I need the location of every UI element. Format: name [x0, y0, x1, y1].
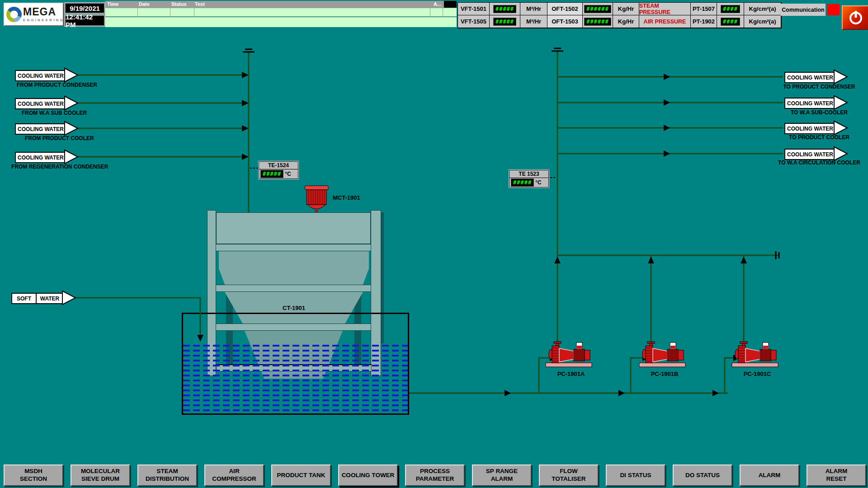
pump-pc1901c[interactable] — [731, 340, 781, 368]
supply-flag-1-label: COOLING WATER — [18, 73, 64, 79]
supply-flag-3: COOLING WATER — [15, 123, 66, 135]
supply-flag-1-arrow-icon — [64, 67, 79, 83]
alarm-col-ack: A... — [434, 1, 441, 7]
return-flag-2-sub: TO W.A SUB-COOLER — [769, 109, 868, 116]
return-flag-3-sub: TO PRODUCT COOLER — [769, 134, 868, 141]
nav-sp-range-alarm[interactable]: SP RANGEALARM — [472, 465, 532, 486]
motor-tag: MCT-1901 — [333, 194, 360, 201]
return-flag-2-label: COOLING WATER — [787, 100, 833, 107]
supply-flag-2-label: COOLING WATER — [18, 101, 64, 107]
alarm-ack-box[interactable] — [444, 1, 457, 8]
nav-flow-totaliser[interactable]: FLOWTOTALISER — [539, 465, 599, 486]
process-data-panel: VFT-1501 ##### M³/Hr OFT-1502 ###### Kg/… — [458, 2, 782, 28]
soft-water-arrow-icon — [62, 290, 76, 305]
return-flag-2: COOLING WATER — [784, 98, 836, 109]
air-pressure-label: AIR PRESSURE — [639, 15, 691, 28]
nav-product-tank[interactable]: PRODUCT TANK — [271, 465, 331, 486]
return-flag-1-label: COOLING WATER — [787, 75, 833, 81]
pump-pc1901a[interactable] — [545, 340, 594, 368]
supply-flag-2: COOLING WATER — [15, 98, 66, 109]
return-flag-2-arrow-icon — [834, 95, 848, 110]
nav-cooling-tower[interactable]: COOLING TOWER — [338, 465, 398, 486]
flow-unit-2: Kg/Hr — [613, 3, 639, 15]
return-flag-1-arrow-icon — [834, 69, 848, 84]
return-flag-1-sub: TO PRODUCT CONDENSER — [769, 84, 868, 90]
pump-a-tag: PC-1901A — [545, 371, 597, 377]
te1524-value-display: ##### — [260, 170, 283, 178]
pump-b-tag: PC-1901B — [638, 371, 691, 377]
supply-flag-3-sub: FROM PRODUCT COOLER — [25, 135, 94, 141]
brand-subtitle: ENGINEERING — [23, 19, 64, 22]
te1524-tag: TE-1524 — [259, 162, 298, 169]
alarm-col-text: Text — [195, 1, 205, 7]
communication-label: Communication — [781, 4, 826, 16]
supply-flag-2-arrow-icon — [64, 95, 79, 111]
return-flag-4-arrow-icon — [834, 146, 848, 161]
return-flag-4-sub: TO W.A CIRCULATION COOLER — [769, 160, 868, 166]
hmi-screen: CT-1901 — [0, 0, 868, 488]
flow-tag-oft1503: OFT-1503 — [547, 15, 583, 28]
nav-alarm-reset[interactable]: ALARMRESET — [807, 465, 866, 486]
return-flag-4: COOLING WATER — [784, 149, 836, 160]
pressure-unit-2: Kg/cm²(a) — [744, 15, 781, 28]
return-flag-3-label: COOLING WATER — [787, 126, 833, 132]
flow-tag-oft1502: OFT-1502 — [547, 3, 583, 15]
brand-swirl-icon — [6, 7, 22, 22]
flow-value-vft1501: ##### — [490, 3, 520, 15]
brand-name: MEGA — [23, 7, 64, 17]
brand-logo: MEGA ENGINEERING — [4, 3, 64, 26]
te1523-unit: °C — [535, 179, 541, 186]
piping-layer — [0, 0, 868, 488]
alarm-col-date: Date — [139, 1, 150, 7]
shutdown-button[interactable] — [842, 5, 868, 30]
return-flag-1: COOLING WATER — [784, 72, 836, 83]
te1523-value-display: ##### — [511, 178, 534, 187]
pump-c-tag: PC-1901C — [731, 371, 783, 377]
supply-flag-4-label: COOLING WATER — [18, 155, 64, 161]
steam-pressure-label: STEAM PRESSURE — [639, 3, 691, 15]
alarm-banner-header: Time Date Status Text A... — [105, 1, 457, 8]
te1523-tag: TE 1523 — [509, 170, 548, 178]
flow-value-oft1503: ###### — [583, 15, 613, 28]
nav-alarm[interactable]: ALARM — [740, 465, 799, 486]
nav-msdh-section[interactable]: MSDHSECTION — [4, 465, 63, 486]
supply-flag-1: COOLING WATER — [15, 70, 66, 81]
supply-flag-4-sub: FROM REGENERATION CONDENSER — [11, 164, 108, 170]
flow-value-vft1505: ##### — [490, 15, 520, 28]
alarm-row-1[interactable] — [105, 8, 457, 17]
alarm-col-status: Status — [171, 1, 187, 7]
nav-di-status[interactable]: DI STATUS — [606, 465, 665, 486]
time-display: 12:41:42 PM — [65, 15, 105, 26]
pressure-value-pt1507: #### — [717, 3, 744, 15]
pressure-value-pt1902: #### — [717, 15, 744, 28]
alarm-row-2[interactable] — [105, 17, 457, 27]
nav-steam-distribution[interactable]: STEAMDISTRIBUTION — [137, 465, 197, 486]
alarm-col-time: Time — [107, 1, 118, 7]
return-flag-3: COOLING WATER — [784, 123, 836, 134]
nav-air-compressor[interactable]: AIRCOMPRESSOR — [204, 465, 264, 486]
supply-flag-3-arrow-icon — [64, 121, 79, 136]
return-flag-4-label: COOLING WATER — [787, 151, 833, 158]
pressure-tag-pt1902: PT-1902 — [691, 15, 717, 28]
temperature-indicator-te1523: TE 1523 ##### °C — [509, 170, 549, 188]
pump-pc1901b[interactable] — [638, 340, 688, 368]
flow-unit-3: M³/Hr — [520, 15, 547, 28]
supply-flag-2-sub: FROM W.A SUB COOLER — [22, 110, 87, 116]
supply-flag-1-sub: FROM PRODUCT CONDENSER — [17, 82, 97, 88]
pressure-tag-pt1507: PT-1507 — [691, 3, 717, 15]
fan-motor[interactable] — [303, 185, 330, 212]
flow-unit-4: Kg/Hr — [613, 15, 639, 28]
nav-do-status[interactable]: DO STATUS — [673, 465, 732, 486]
flow-unit-1: M³/Hr — [520, 3, 547, 15]
soft-water-word1: SOFT — [17, 296, 31, 302]
pressure-unit-1: Kg/cm²(a) — [744, 3, 781, 15]
soft-water-word2: WATER — [40, 296, 59, 302]
supply-flag-4-arrow-icon — [64, 149, 79, 164]
temperature-indicator-te1524: TE-1524 ##### °C — [259, 161, 298, 179]
nav-process-parameter[interactable]: PROCESSPARAMETER — [405, 465, 465, 486]
alarm-banner: Time Date Status Text A... — [105, 1, 457, 27]
soft-water-flag: SOFT WATER — [11, 293, 64, 304]
nav-molecular-sieve-drum[interactable]: MOLECULARSIEVE DRUM — [71, 465, 130, 486]
flow-tag-vft1501: VFT-1501 — [458, 3, 490, 15]
te1524-unit: °C — [285, 171, 291, 177]
